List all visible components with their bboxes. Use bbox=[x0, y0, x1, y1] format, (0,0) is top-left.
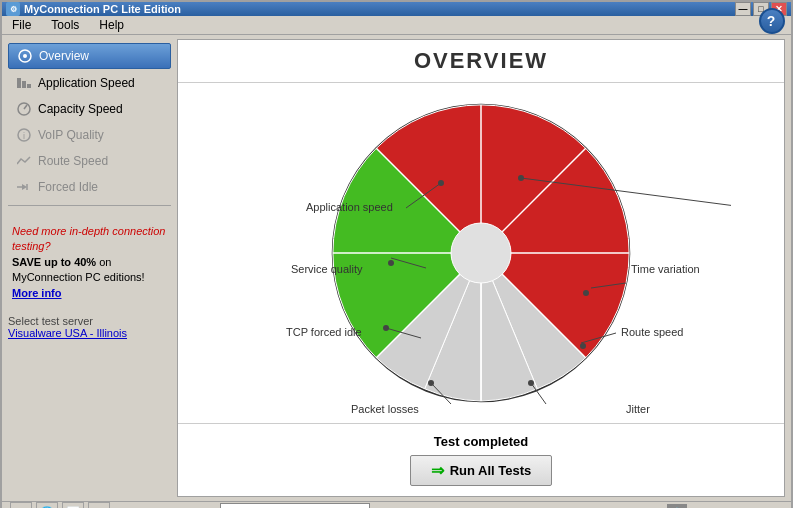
svg-point-38 bbox=[438, 180, 444, 186]
pie-chart: Application speed Capacity speed Service… bbox=[231, 88, 731, 418]
menu-file[interactable]: File bbox=[6, 16, 37, 34]
sidebar-item-application-speed[interactable]: Application Speed bbox=[8, 71, 171, 95]
test-status: Test completed bbox=[434, 434, 528, 449]
sidebar-route-speed-label: Route Speed bbox=[38, 154, 108, 168]
svg-point-41 bbox=[583, 290, 589, 296]
svg-text:Route speed: Route speed bbox=[621, 326, 683, 338]
menu-bar: File Tools Help bbox=[2, 16, 791, 35]
svg-line-6 bbox=[24, 105, 27, 109]
svg-point-45 bbox=[528, 380, 534, 386]
sidebar-item-route-speed[interactable]: Route Speed bbox=[8, 149, 171, 173]
app-icon: ⚙ bbox=[6, 2, 20, 16]
svg-point-43 bbox=[580, 343, 586, 349]
help-button[interactable]: ? bbox=[759, 8, 785, 34]
status-server: Select test server: Visualware USA - Ill… bbox=[128, 503, 370, 508]
voip-icon: i bbox=[16, 127, 32, 143]
svg-point-42 bbox=[383, 325, 389, 331]
panel-body: Application speed Capacity speed Service… bbox=[178, 83, 784, 423]
globe-icon-button[interactable]: 🌐 bbox=[36, 502, 58, 508]
svg-text:i: i bbox=[23, 131, 25, 141]
svg-rect-3 bbox=[22, 81, 26, 88]
promo-more-info-link[interactable]: More info bbox=[12, 287, 62, 299]
svg-point-39 bbox=[518, 175, 524, 181]
svg-rect-4 bbox=[27, 84, 31, 88]
svg-text:Packet losses: Packet losses bbox=[351, 403, 419, 415]
application-speed-icon bbox=[16, 75, 32, 91]
sidebar: Overview Application Speed Capacity Spee… bbox=[2, 35, 177, 501]
sidebar-divider bbox=[8, 205, 171, 206]
sidebar-item-voip[interactable]: i VoIP Quality bbox=[8, 123, 171, 147]
status-bar-left: ✉ 🌐 📊 ? Select test server: Visualware U… bbox=[10, 502, 370, 508]
server-label: Select test server bbox=[8, 315, 171, 327]
main-content: Overview Application Speed Capacity Spee… bbox=[2, 35, 791, 501]
svg-rect-2 bbox=[17, 78, 21, 88]
sidebar-voip-label: VoIP Quality bbox=[38, 128, 104, 142]
window-title: MyConnection PC Lite Edition bbox=[24, 3, 181, 15]
sidebar-capacity-speed-label: Capacity Speed bbox=[38, 102, 123, 116]
sidebar-overview-label: Overview bbox=[39, 49, 89, 63]
chart-icon-button[interactable]: 📊 bbox=[62, 502, 84, 508]
title-bar-left: ⚙ MyConnection PC Lite Edition bbox=[6, 2, 181, 16]
panel-footer: Test completed ⇒ Run All Tests bbox=[178, 423, 784, 496]
svg-text:TCP forced idle: TCP forced idle bbox=[286, 326, 362, 338]
sidebar-item-capacity-speed[interactable]: Capacity Speed bbox=[8, 97, 171, 121]
page-title: OVERVIEW bbox=[414, 48, 548, 73]
svg-text:Service quality: Service quality bbox=[291, 263, 363, 275]
svg-point-44 bbox=[428, 380, 434, 386]
forced-idle-icon bbox=[16, 179, 32, 195]
run-all-tests-button[interactable]: ⇒ Run All Tests bbox=[410, 455, 553, 486]
view-results-button[interactable]: 📋 View past results... bbox=[667, 504, 783, 508]
svg-text:Jitter: Jitter bbox=[626, 403, 650, 415]
sidebar-application-speed-label: Application Speed bbox=[38, 76, 135, 90]
svg-text:Time variation: Time variation bbox=[631, 263, 700, 275]
right-panel: OVERVIEW ? bbox=[177, 39, 785, 497]
sidebar-forced-idle-label: Forced Idle bbox=[38, 180, 98, 194]
menu-help[interactable]: Help bbox=[93, 16, 130, 34]
main-window: ⚙ MyConnection PC Lite Edition — □ ✕ Fil… bbox=[0, 0, 793, 508]
sidebar-promo: Need more in-depth connection testing? S… bbox=[8, 220, 171, 305]
route-speed-icon bbox=[16, 153, 32, 169]
title-bar: ⚙ MyConnection PC Lite Edition — □ ✕ bbox=[2, 2, 791, 16]
capacity-speed-icon bbox=[16, 101, 32, 117]
sidebar-server-link[interactable]: Visualware USA - Illinois bbox=[8, 327, 127, 339]
panel-header: OVERVIEW ? bbox=[178, 40, 784, 83]
svg-point-21 bbox=[451, 223, 511, 283]
status-bar: ✉ 🌐 📊 ? Select test server: Visualware U… bbox=[2, 501, 791, 508]
email-icon-button[interactable]: ✉ bbox=[10, 502, 32, 508]
help-icon-button[interactable]: ? bbox=[88, 502, 110, 508]
promo-text-1: Need more in-depth connection testing? bbox=[12, 225, 165, 252]
minimize-button[interactable]: — bbox=[735, 2, 751, 16]
status-icons: ✉ 🌐 📊 ? bbox=[10, 502, 110, 508]
promo-text-2: SAVE up to 40% bbox=[12, 256, 96, 268]
svg-text:Application speed: Application speed bbox=[306, 201, 393, 213]
svg-point-40 bbox=[388, 260, 394, 266]
server-select[interactable]: Visualware USA - Illinois bbox=[220, 503, 370, 508]
sidebar-server: Select test server Visualware USA - Illi… bbox=[8, 315, 171, 339]
svg-point-1 bbox=[23, 54, 27, 58]
sidebar-item-forced-idle[interactable]: Forced Idle bbox=[8, 175, 171, 199]
run-button-label: Run All Tests bbox=[450, 463, 532, 478]
run-arrow-icon: ⇒ bbox=[431, 461, 444, 480]
overview-icon bbox=[17, 48, 33, 64]
menu-tools[interactable]: Tools bbox=[45, 16, 85, 34]
chart-container: Application speed Capacity speed Service… bbox=[231, 83, 731, 423]
sidebar-item-overview[interactable]: Overview bbox=[8, 43, 171, 69]
results-icon: 📋 bbox=[667, 504, 687, 508]
